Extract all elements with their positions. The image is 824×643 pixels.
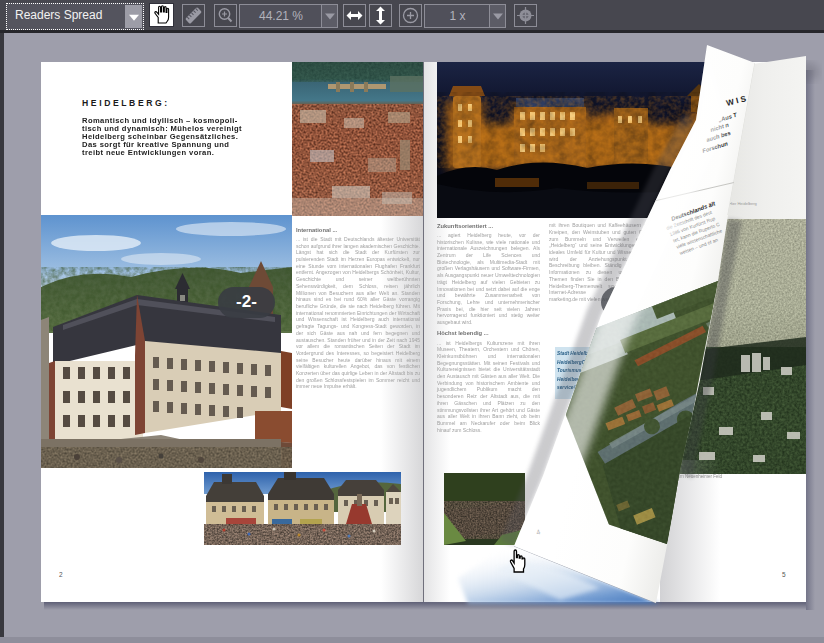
svg-text:Hier Heidelberg: Hier Heidelberg <box>729 201 757 206</box>
